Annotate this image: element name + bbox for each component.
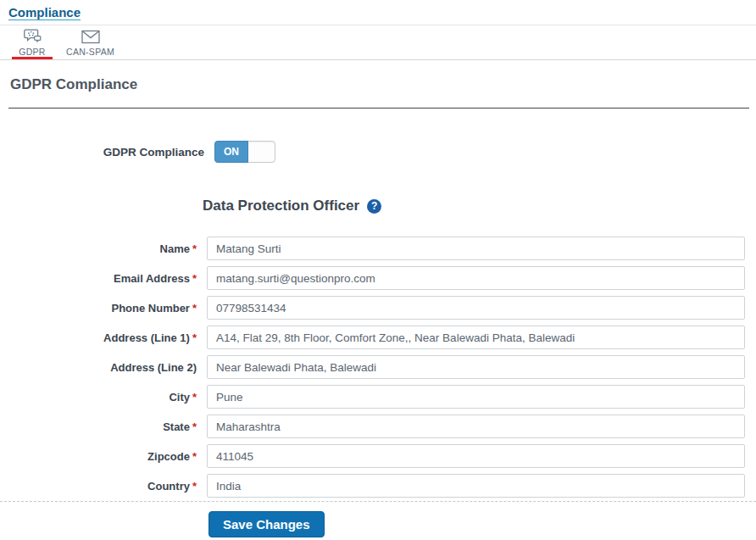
gdpr-chat-icon: [24, 29, 42, 44]
address-line-2-field[interactable]: [207, 355, 745, 379]
title-divider: [8, 108, 749, 109]
field-label: Address (Line 1)*: [10, 331, 197, 344]
form-row-state: State*: [10, 415, 745, 438]
field-label-text: Country: [147, 480, 190, 493]
gdpr-toggle-switch[interactable]: ON: [214, 141, 275, 163]
state-field[interactable]: [207, 415, 745, 438]
form-row-name: Name*: [10, 237, 745, 260]
form-row-address-line-2: Address (Line 2): [10, 355, 745, 379]
tab-can-spam[interactable]: CAN-SPAM: [60, 25, 120, 59]
field-label-text: State: [163, 420, 190, 433]
field-label-text: City: [169, 391, 190, 404]
city-field[interactable]: [207, 385, 745, 409]
field-label: Email Address*: [10, 272, 197, 285]
field-label-text: Address (Line 2): [110, 361, 197, 374]
field-label-text: Phone Number: [111, 302, 189, 315]
field-label-text: Name: [160, 242, 190, 255]
envelope-icon: [81, 29, 100, 44]
save-row: Save Changes: [208, 511, 756, 537]
zipcode-field[interactable]: [207, 444, 745, 468]
tab-bar: GDPRCAN-SPAM: [0, 25, 756, 60]
field-label-text: Address (Line 1): [103, 331, 190, 344]
field-label: Address (Line 2): [10, 361, 197, 374]
save-changes-button[interactable]: Save Changes: [208, 511, 325, 537]
dpo-form: Name*Email Address*Phone Number*Address …: [10, 237, 745, 498]
section-title: Data Protection Officer: [203, 198, 359, 214]
required-asterisk: *: [192, 242, 197, 255]
field-label-text: Zipcode: [147, 450, 190, 463]
field-label-text: Email Address: [114, 272, 190, 285]
gdpr-toggle-row: GDPR Compliance ON: [10, 141, 756, 163]
field-label: City*: [10, 391, 197, 404]
country-field[interactable]: [207, 474, 745, 498]
field-label: Phone Number*: [10, 302, 197, 315]
address-line-1-field[interactable]: [207, 326, 745, 349]
gdpr-toggle-label: GDPR Compliance: [10, 146, 204, 159]
phone-number-field[interactable]: [207, 296, 745, 320]
dashed-divider: [0, 501, 756, 502]
required-asterisk: *: [192, 420, 197, 433]
form-row-email-address: Email Address*: [10, 266, 745, 290]
form-row-country: Country*: [10, 474, 745, 498]
breadcrumb-compliance-link[interactable]: Compliance: [8, 5, 81, 19]
required-asterisk: *: [192, 391, 197, 404]
required-asterisk: *: [192, 302, 197, 315]
question-circle-icon[interactable]: ?: [367, 199, 381, 214]
field-label: Name*: [10, 242, 197, 255]
required-asterisk: *: [192, 480, 197, 493]
email-address-field[interactable]: [207, 266, 745, 290]
form-row-address-line-1: Address (Line 1)*: [10, 326, 745, 349]
breadcrumb-bar: Compliance: [0, 0, 756, 25]
form-row-city: City*: [10, 385, 745, 409]
field-label: State*: [10, 420, 197, 433]
tab-label: GDPR: [19, 47, 46, 57]
field-label: Country*: [10, 480, 197, 493]
page-title: GDPR Compliance: [10, 76, 756, 93]
tab-gdpr[interactable]: GDPR: [12, 25, 53, 59]
tab-label: CAN-SPAM: [66, 47, 114, 57]
name-field[interactable]: [207, 237, 745, 260]
form-row-zipcode: Zipcode*: [10, 444, 745, 468]
toggle-on-state: ON: [214, 141, 248, 163]
form-row-phone-number: Phone Number*: [10, 296, 745, 320]
required-asterisk: *: [192, 450, 197, 463]
section-heading-row: Data Protection Officer ?: [203, 198, 756, 214]
required-asterisk: *: [192, 272, 197, 285]
required-asterisk: *: [192, 331, 197, 344]
field-label: Zipcode*: [10, 450, 197, 463]
